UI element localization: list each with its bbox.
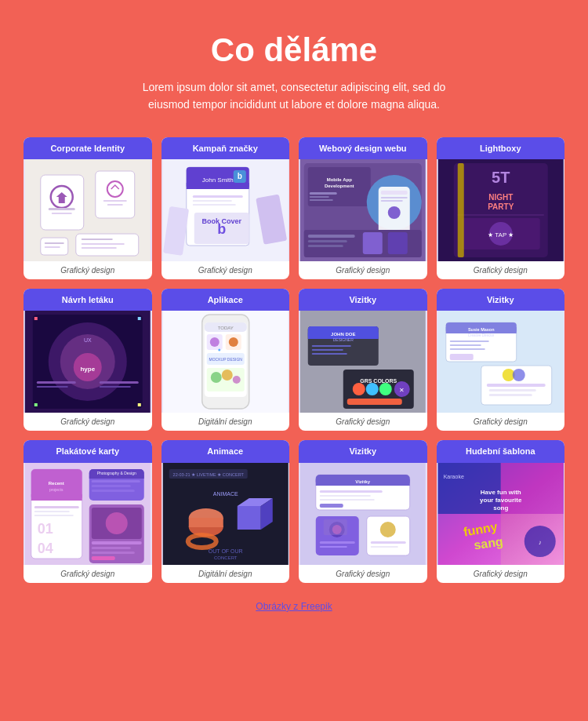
svg-rect-72 [100, 386, 131, 388]
svg-rect-25 [192, 204, 235, 206]
card-kampan-znacky[interactable]: Kampaň značky John Smith b Book Cover b … [162, 137, 290, 279]
page-wrapper: Co děláme Lorem ipsum dolor sit amet, co… [0, 0, 588, 636]
svg-text:Mobile App: Mobile App [327, 177, 352, 182]
svg-text:b: b [237, 172, 241, 180]
svg-rect-117 [449, 344, 481, 346]
cards-grid: Corporate Identity Grafický designKampaň… [24, 137, 564, 583]
svg-rect-76 [138, 403, 141, 406]
card-title: Hudební šablona [437, 440, 565, 462]
svg-rect-69 [37, 381, 76, 384]
card-vizitky-2[interactable]: Vizitky Susie Mason Creative Director Gr… [437, 289, 565, 431]
svg-text:5T: 5T [492, 169, 510, 186]
page-title: Co děláme [24, 31, 564, 69]
svg-rect-181 [371, 541, 406, 544]
svg-rect-49 [363, 232, 383, 254]
card-webovy-design[interactable]: Webový design webu Mobile App Developmen… [299, 137, 427, 279]
svg-text:Vizitky: Vizitky [355, 479, 371, 484]
svg-rect-124 [488, 389, 535, 391]
svg-point-89 [210, 372, 221, 383]
svg-text:UX: UX [84, 337, 92, 343]
svg-text:Creative Director: Creative Director [467, 333, 494, 337]
svg-text:01: 01 [38, 521, 53, 537]
card-label: Digitální design [162, 413, 290, 431]
svg-text:TODAY: TODAY [217, 326, 233, 330]
card-title: Aplikace [162, 289, 290, 311]
card-navrh-letaku[interactable]: Návrh letáku UX hype Grafický design [24, 289, 152, 431]
svg-text:✕: ✕ [399, 387, 405, 394]
svg-rect-11 [45, 246, 60, 248]
svg-rect-24 [192, 200, 231, 202]
card-corporate-identity[interactable]: Corporate Identity Grafický design [24, 137, 152, 279]
svg-rect-47 [308, 240, 347, 242]
svg-rect-173 [320, 504, 343, 508]
svg-rect-99 [312, 345, 351, 347]
svg-rect-75 [34, 403, 38, 406]
svg-rect-46 [308, 235, 355, 238]
card-image: Have fun with your favourite song funny … [437, 463, 565, 565]
card-title: Animace [162, 440, 290, 462]
svg-rect-19 [186, 183, 249, 189]
card-label: Grafický design [24, 565, 152, 583]
svg-rect-129 [31, 494, 82, 501]
card-vizitky-3[interactable]: Vizitky Vizitky Grafický design [299, 440, 427, 582]
card-image: Mobile App Development [299, 159, 427, 261]
svg-rect-38 [310, 199, 333, 201]
card-plakove-karty[interactable]: Plakátové karty Recent projects 01 04 Ph… [24, 440, 152, 582]
card-lightboxy[interactable]: Lightboxy 5T NIGHT PARTY ★ TAP ★ Grafick… [437, 137, 565, 279]
svg-rect-36 [310, 192, 337, 195]
svg-text:Photography & Design: Photography & Design [97, 471, 136, 475]
svg-rect-71 [100, 381, 139, 384]
svg-point-105 [366, 383, 379, 395]
card-aplikace[interactable]: Aplikace TODAY MOCKUP DESIGN Digitální d… [162, 289, 290, 431]
card-title: Webový design webu [299, 137, 427, 159]
svg-rect-5 [96, 171, 135, 218]
card-vizitky-1[interactable]: Vizitky JOHN DOE DESIGNER GRS COLORS ✕ G… [299, 289, 427, 431]
svg-text:Have fun with: Have fun with [480, 489, 521, 496]
svg-text:Development: Development [325, 184, 354, 188]
card-label: Grafický design [437, 565, 565, 583]
card-image: 22-03-21 ★ LIVETIME ★ CONCERT ANIMACE OU… [162, 463, 290, 565]
freepik-link[interactable]: Obrázky z Freepik [256, 601, 332, 612]
svg-rect-139 [89, 475, 144, 479]
card-label: Grafický design [162, 261, 290, 279]
svg-text:Susie Mason: Susie Mason [467, 327, 494, 332]
card-image [24, 159, 152, 261]
svg-rect-147 [92, 541, 142, 544]
svg-rect-60 [457, 163, 463, 257]
svg-point-180 [380, 522, 396, 537]
svg-text:MOCKUP DESIGN: MOCKUP DESIGN [209, 357, 242, 362]
card-image: JOHN DOE DESIGNER GRS COLORS ✕ [299, 311, 427, 413]
page-description: Lorem ipsum dolor sit amet, consectetur … [129, 78, 459, 114]
svg-text:b: b [217, 221, 226, 237]
svg-rect-141 [92, 480, 140, 482]
card-title: Návrh letáku [24, 289, 152, 311]
card-title: Plakátové karty [24, 440, 152, 462]
svg-text:song: song [493, 504, 508, 512]
svg-rect-158 [188, 518, 223, 527]
svg-text:04: 04 [38, 541, 53, 556]
svg-rect-7 [103, 200, 127, 202]
svg-text:PARTY: PARTY [488, 202, 514, 211]
svg-rect-143 [92, 490, 135, 492]
svg-rect-171 [320, 495, 371, 497]
card-label: Digitální design [162, 565, 290, 583]
card-animace[interactable]: Animace 22-03-21 ★ LIVETIME ★ CONCERT AN… [162, 440, 290, 582]
card-title: Vizitky [299, 289, 427, 311]
card-image: Susie Mason Creative Director [437, 311, 565, 413]
svg-rect-70 [37, 386, 68, 388]
card-title: Vizitky [437, 289, 565, 311]
svg-point-92 [218, 349, 220, 351]
svg-rect-13 [82, 239, 113, 240]
card-title: Corporate Identity [24, 137, 152, 159]
card-label: Grafický design [299, 413, 427, 431]
card-label: Grafický design [24, 413, 152, 431]
svg-rect-183 [324, 519, 347, 535]
svg-text:your favourite: your favourite [480, 497, 522, 504]
svg-rect-172 [320, 499, 375, 501]
svg-rect-134 [34, 515, 74, 516]
svg-rect-43 [381, 200, 403, 202]
svg-marker-159 [237, 506, 260, 530]
card-hudebni-sablona[interactable]: Hudební šablona Have fun with your favou… [437, 440, 565, 582]
svg-rect-23 [192, 195, 242, 198]
svg-rect-37 [310, 196, 329, 198]
